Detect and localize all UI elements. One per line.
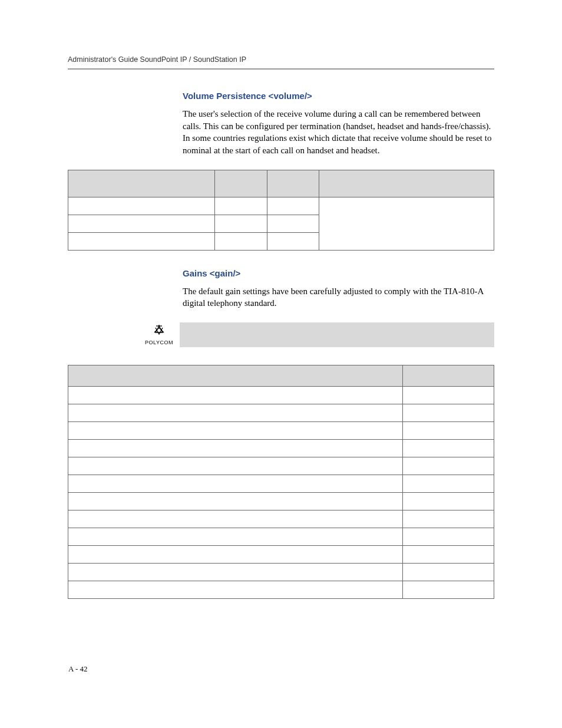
section-body-volume: The user's selection of the receive volu…	[183, 108, 494, 157]
note-block: POLYCOM	[138, 322, 494, 347]
note-box	[180, 322, 494, 347]
table-row	[68, 404, 494, 422]
section-heading-gains: Gains <gain/>	[183, 268, 494, 278]
running-header: Administrator's Guide SoundPoint IP / So…	[68, 55, 494, 70]
table-row	[68, 581, 494, 599]
polycom-logo: POLYCOM	[138, 324, 180, 345]
table-row	[68, 510, 494, 528]
table-volume-persistence	[68, 170, 494, 251]
table-row	[68, 457, 494, 475]
table-header-row	[68, 170, 494, 197]
table-header-row	[68, 365, 494, 387]
section-body-gains: The default gain settings have been care…	[183, 285, 494, 309]
table-row	[68, 546, 494, 564]
section-heading-volume: Volume Persistence <volume/>	[183, 91, 494, 101]
table-gains	[68, 365, 494, 599]
polycom-logo-text: POLYCOM	[138, 340, 180, 345]
table-row	[68, 564, 494, 581]
table-row	[68, 440, 494, 457]
table-row	[68, 387, 494, 404]
table-row	[68, 493, 494, 510]
table-row	[68, 422, 494, 440]
table-row	[68, 528, 494, 546]
table-row	[68, 197, 494, 215]
page-number: A - 42	[68, 664, 88, 674]
table-row	[68, 475, 494, 493]
